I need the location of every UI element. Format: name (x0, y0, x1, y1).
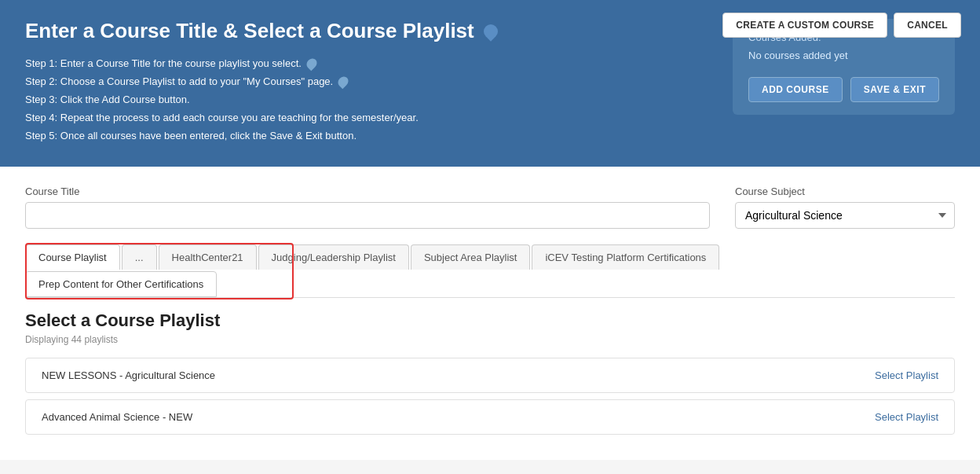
playlist-item-1: Advanced Animal Science - NEW Select Pla… (25, 399, 955, 435)
step-4: Step 4: Repeat the process to add each c… (25, 112, 733, 123)
step-3-text: Step 3: Click the Add Course button. (25, 94, 190, 105)
step-3: Step 3: Click the Add Course button. (25, 94, 733, 105)
playlist-section-title: Select a Course Playlist (25, 310, 955, 331)
cancel-button[interactable]: CANCEL (894, 13, 961, 38)
playlist-subtitle: Displaying 44 playlists (25, 334, 955, 345)
tab-2[interactable]: ... (122, 244, 157, 270)
tab-subject-area[interactable]: Subject Area Playlist (411, 244, 531, 270)
header-banner: Enter a Course Title & Select a Course P… (0, 0, 980, 167)
step2-chat-icon (336, 74, 350, 88)
step-1: Step 1: Enter a Course Title for the cou… (25, 57, 733, 69)
course-title-input[interactable] (25, 202, 710, 229)
courses-added-buttons: ADD COURSE SAVE & EXIT (748, 77, 939, 102)
page-title: Enter a Course Title & Select a Course P… (25, 19, 733, 43)
save-exit-button[interactable]: SAVE & EXIT (850, 77, 939, 102)
playlist-section: Select a Course Playlist Displaying 44 p… (25, 310, 955, 435)
add-course-button[interactable]: ADD COURSE (748, 77, 843, 102)
header-left: Enter a Course Title & Select a Course P… (25, 19, 733, 148)
create-custom-course-button[interactable]: CREATE A CUSTOM COURSE (722, 13, 887, 38)
tab-judging-leadership[interactable]: Judging/Leadership Playlist (258, 244, 409, 270)
course-title-label: Course Title (25, 186, 710, 197)
step-5-text: Step 5: Once all courses have been enter… (25, 130, 357, 141)
playlist-item-name: NEW LESSONS - Agricultural Science (42, 369, 215, 381)
page-title-text: Enter a Course Title & Select a Course P… (25, 19, 474, 43)
step-1-text: Step 1: Enter a Course Title for the cou… (25, 57, 302, 69)
tabs-row: Course Playlist ... HealthCenter21 Judgi… (25, 244, 955, 270)
step-2-text: Step 2: Choose a Course Playlist to add … (25, 75, 333, 87)
select-playlist-link-0[interactable]: Select Playlist (875, 369, 938, 381)
header-top-buttons: CREATE A CUSTOM COURSE CANCEL (722, 13, 961, 38)
course-subject-group: Course Subject Agricultural Science (735, 186, 955, 229)
step-5: Step 5: Once all courses have been enter… (25, 130, 733, 141)
main-content: Course Title Course Subject Agricultural… (0, 167, 980, 460)
chat-bubble-icon (481, 21, 500, 41)
select-playlist-link-1[interactable]: Select Playlist (875, 411, 938, 423)
tab-icev-testing[interactable]: iCEV Testing Platform Certifications (532, 244, 719, 270)
tab-subject-area-label: Subject Area Playlist (424, 252, 517, 263)
course-subject-label: Course Subject (735, 186, 955, 197)
tab-course-playlist-label: Course Playlist (38, 252, 107, 263)
tabs-container: Course Playlist ... HealthCenter21 Judgi… (25, 244, 955, 298)
step-4-text: Step 4: Repeat the process to add each c… (25, 112, 419, 123)
tab-judging-leadership-label: Judging/Leadership Playlist (272, 252, 396, 263)
tab-2-label: ... (135, 252, 144, 263)
tab-icev-testing-label: iCEV Testing Platform Certifications (545, 252, 706, 263)
playlist-item: NEW LESSONS - Agricultural Science Selec… (25, 358, 955, 393)
tab-prep-content-label: Prep Content for Other Certifications (38, 278, 203, 290)
step1-chat-icon (305, 56, 319, 70)
steps-list: Step 1: Enter a Course Title for the cou… (25, 57, 733, 141)
tab-healthcenter21-label: HealthCenter21 (172, 252, 243, 263)
playlist-item-name-1: Advanced Animal Science - NEW (42, 411, 192, 423)
course-title-group: Course Title (25, 186, 710, 229)
step-2: Step 2: Choose a Course Playlist to add … (25, 75, 733, 87)
form-row: Course Title Course Subject Agricultural… (25, 186, 955, 229)
tab-healthcenter21[interactable]: HealthCenter21 (159, 244, 257, 270)
tab-course-playlist[interactable]: Course Playlist (25, 244, 120, 270)
tab-prep-content[interactable]: Prep Content for Other Certifications (25, 271, 217, 297)
course-subject-select[interactable]: Agricultural Science (735, 202, 955, 229)
no-courses-text: No courses added yet (748, 50, 939, 61)
